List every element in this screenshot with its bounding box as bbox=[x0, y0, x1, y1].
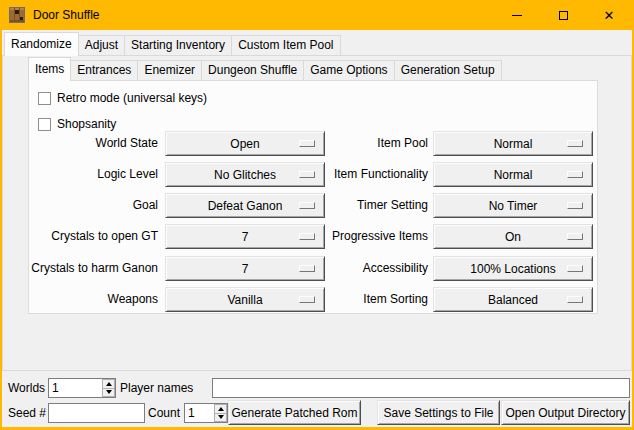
item-sorting-value: Balanced bbox=[488, 293, 538, 307]
count-input[interactable] bbox=[185, 404, 214, 422]
shopsanity-checkbox[interactable] bbox=[38, 118, 51, 131]
down-arrow-icon bbox=[106, 390, 112, 394]
count-spin-arrows bbox=[214, 404, 227, 422]
progressive-items-value: On bbox=[505, 230, 521, 244]
accessibility-label: Accessibility bbox=[298, 256, 428, 281]
count-spin-up-button[interactable] bbox=[214, 404, 227, 414]
tab-generation-setup[interactable]: Generation Setup bbox=[394, 60, 502, 80]
retro-mode-label: Retro mode (universal keys) bbox=[57, 91, 207, 106]
tab-dungeon-shuffle[interactable]: Dungeon Shuffle bbox=[201, 60, 304, 80]
window-content: Randomize Adjust Starting Inventory Cust… bbox=[2, 30, 632, 427]
item-sorting-dropdown[interactable]: Balanced bbox=[433, 287, 593, 312]
shopsanity-label: Shopsanity bbox=[57, 117, 116, 132]
tab-items[interactable]: Items bbox=[28, 57, 71, 81]
up-arrow-icon bbox=[106, 382, 112, 386]
close-button[interactable]: ✕ bbox=[586, 0, 632, 30]
tab-adjust[interactable]: Adjust bbox=[78, 35, 125, 55]
item-pool-label: Item Pool bbox=[298, 131, 428, 156]
caption-buttons: ✕ bbox=[494, 0, 632, 30]
player-names-input[interactable] bbox=[212, 378, 630, 398]
item-pool-dropdown[interactable]: Normal bbox=[433, 131, 593, 156]
crystals-open-gt-value: 7 bbox=[242, 230, 249, 244]
crystals-harm-ganon-value: 7 bbox=[242, 262, 249, 276]
accessibility-value: 100% Locations bbox=[470, 262, 555, 276]
timer-setting-dropdown[interactable]: No Timer bbox=[433, 193, 593, 218]
worlds-spin-down-button[interactable] bbox=[102, 389, 115, 398]
generate-patched-rom-button[interactable]: Generate Patched Rom bbox=[228, 400, 361, 425]
weapons-label: Weapons bbox=[28, 287, 158, 312]
tab-enemizer[interactable]: Enemizer bbox=[137, 60, 202, 80]
dropdown-indicator-icon bbox=[567, 265, 583, 272]
retro-mode-checkbox[interactable] bbox=[38, 92, 51, 105]
up-arrow-icon bbox=[218, 407, 224, 411]
tab-randomize[interactable]: Randomize bbox=[4, 32, 79, 56]
tab-custom-item-pool[interactable]: Custom Item Pool bbox=[231, 35, 340, 55]
timer-setting-value: No Timer bbox=[489, 199, 538, 213]
player-names-label: Player names bbox=[120, 378, 193, 398]
door-app-icon bbox=[9, 7, 25, 23]
count-spinbox[interactable] bbox=[184, 403, 228, 423]
maximize-icon bbox=[559, 11, 568, 20]
world-state-value: Open bbox=[230, 137, 259, 151]
tab-game-options[interactable]: Game Options bbox=[303, 60, 394, 80]
weapons-value: Vanilla bbox=[227, 293, 262, 307]
item-sorting-label: Item Sorting bbox=[298, 287, 428, 312]
crystals-harm-ganon-label: Crystals to harm Ganon bbox=[28, 256, 158, 281]
worlds-label: Worlds bbox=[8, 378, 45, 398]
worlds-input[interactable] bbox=[49, 379, 102, 397]
down-arrow-icon bbox=[218, 415, 224, 419]
progressive-items-dropdown[interactable]: On bbox=[433, 224, 593, 249]
open-output-directory-button[interactable]: Open Output Directory bbox=[501, 400, 630, 425]
count-label: Count bbox=[148, 403, 180, 423]
save-settings-button[interactable]: Save Settings to File bbox=[377, 400, 500, 425]
item-pool-value: Normal bbox=[494, 137, 533, 151]
window: Door Shuffle ✕ Randomize Adjust Starting… bbox=[0, 0, 634, 430]
dropdown-indicator-icon bbox=[567, 233, 583, 240]
dropdown-indicator-icon bbox=[567, 140, 583, 147]
accessibility-dropdown[interactable]: 100% Locations bbox=[433, 256, 593, 281]
goal-value: Defeat Ganon bbox=[208, 199, 283, 213]
close-icon: ✕ bbox=[604, 9, 615, 22]
sub-tab-bar: Items Entrances Enemizer Dungeon Shuffle… bbox=[28, 57, 502, 80]
tab-entrances[interactable]: Entrances bbox=[70, 60, 138, 80]
seed-label: Seed # bbox=[8, 403, 46, 423]
worlds-spin-up-button[interactable] bbox=[102, 379, 115, 389]
main-tab-bar: Randomize Adjust Starting Inventory Cust… bbox=[4, 32, 341, 55]
minimize-button[interactable] bbox=[494, 0, 540, 30]
dropdown-indicator-icon bbox=[567, 296, 583, 303]
timer-setting-label: Timer Setting bbox=[298, 193, 428, 218]
item-functionality-label: Item Functionality bbox=[298, 162, 428, 187]
worlds-spinbox[interactable] bbox=[48, 378, 116, 398]
world-state-label: World State bbox=[28, 131, 158, 156]
count-spin-down-button[interactable] bbox=[214, 414, 227, 423]
dropdown-indicator-icon bbox=[567, 202, 583, 209]
crystals-open-gt-label: Crystals to open GT bbox=[28, 224, 158, 249]
item-functionality-dropdown[interactable]: Normal bbox=[433, 162, 593, 187]
tab-starting-inventory[interactable]: Starting Inventory bbox=[124, 35, 232, 55]
maximize-button[interactable] bbox=[540, 0, 586, 30]
worlds-spin-arrows bbox=[102, 379, 115, 397]
seed-input[interactable] bbox=[48, 403, 145, 423]
item-functionality-value: Normal bbox=[494, 168, 533, 182]
dropdown-indicator-icon bbox=[567, 171, 583, 178]
titlebar: Door Shuffle ✕ bbox=[2, 0, 632, 30]
minimize-icon bbox=[512, 15, 522, 16]
window-title: Door Shuffle bbox=[33, 8, 100, 22]
goal-label: Goal bbox=[28, 193, 158, 218]
progressive-items-label: Progressive Items bbox=[298, 224, 428, 249]
logic-level-label: Logic Level bbox=[28, 162, 158, 187]
logic-level-value: No Glitches bbox=[214, 168, 276, 182]
